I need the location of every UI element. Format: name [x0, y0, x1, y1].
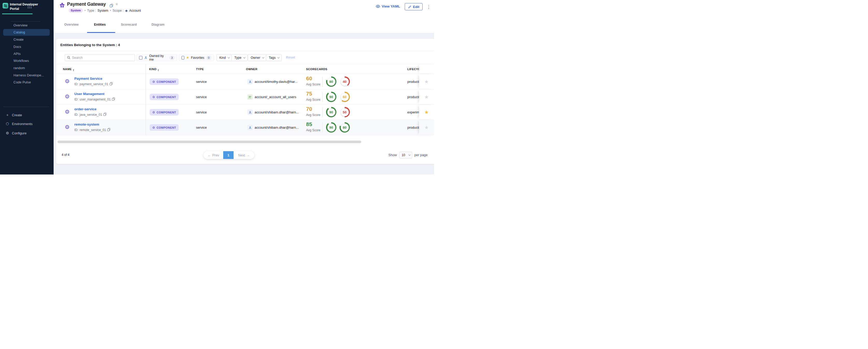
lifecycle-cell: production [407, 80, 419, 84]
favorite-star-icon[interactable]: ★ [424, 79, 429, 84]
page-size-select[interactable]: 10 [399, 152, 412, 158]
prev-label: Prev [212, 153, 219, 157]
favorites-filter[interactable]: ★ Favorites 0 [179, 54, 214, 61]
tab-diagram[interactable]: Diagram [152, 23, 164, 26]
sidebar-item-random[interactable]: random [13, 66, 25, 70]
sidebar-item-apis[interactable]: APIs [13, 52, 21, 56]
entity-name-link[interactable]: Payment Service [74, 76, 102, 81]
owner-dropdown-label: Owner [251, 56, 260, 60]
sidebar-item-create[interactable]: Create [13, 37, 24, 42]
edit-button[interactable]: Edit [405, 3, 423, 10]
prev-page-button[interactable]: ← Prev [204, 151, 223, 159]
sidebar-item-configure[interactable]: ⚙ Configure [5, 131, 26, 135]
copy-title-icon[interactable] [110, 3, 113, 8]
sliders-icon [4, 4, 7, 7]
copy-id-icon[interactable] [112, 97, 115, 101]
type-dropdown[interactable]: Type [231, 54, 248, 61]
kind-dropdown[interactable]: Kind [216, 54, 232, 61]
app-switcher-icon[interactable] [28, 5, 32, 8]
tab-scorecard[interactable]: Scorecard [121, 23, 137, 26]
bullet-separator: • [85, 9, 86, 12]
favorite-entity-star-icon[interactable]: ★ [115, 2, 118, 6]
tags-dropdown-label: Tags [269, 56, 276, 60]
harness-idp-logo[interactable] [3, 3, 8, 8]
scorecard-ring: 50 [339, 107, 350, 117]
copy-id-icon[interactable] [107, 128, 110, 132]
sidebar-item-code-pulse[interactable]: Code Pulse [13, 80, 31, 85]
sidebar-divider-top [11, 21, 40, 22]
table-row[interactable]: ⚙ remote-system ID:remote_service_01 ⚙ C… [56, 120, 434, 135]
entity-name-link[interactable]: remote-system [74, 123, 99, 126]
gear-icon: ⚙ [152, 126, 155, 129]
owner-cell: account/shibam.dhar@harn... [254, 110, 299, 114]
owner-cell: account/_account_all_users [254, 95, 296, 99]
entities-panel: Entities Belonging to the System : 4 Own… [56, 39, 434, 164]
horizontal-scrollbar[interactable] [58, 140, 361, 143]
scorecard-ring: 90 [326, 122, 336, 132]
scorecard-ring: 80 [326, 76, 336, 87]
table-row[interactable]: ⚙ order-service ID:java_service_01 ⚙ COM… [56, 104, 434, 120]
arrow-left-icon: ← [208, 153, 211, 157]
reset-filters-button[interactable]: Reset [286, 55, 295, 59]
search-input[interactable] [72, 56, 132, 60]
sidebar-item-create-new[interactable]: + Create [5, 113, 22, 117]
tab-overview[interactable]: Overview [64, 23, 79, 26]
eye-icon [376, 5, 380, 8]
tags-dropdown[interactable]: Tags [266, 54, 282, 61]
column-header-kind[interactable]: KIND▲▼ [149, 68, 159, 71]
owner-dropdown[interactable]: Owner [248, 54, 267, 61]
favorites-count-badge: 0 [206, 56, 211, 60]
scorecard-ring: 80 [339, 122, 350, 132]
copy-id-icon[interactable] [110, 82, 113, 86]
gear-icon: ⚙ [152, 80, 155, 83]
sidebar-item-workflows[interactable]: Workflows [13, 59, 29, 63]
chevron-down-icon [228, 56, 230, 58]
sidebar-item-environments[interactable]: ⬡ Environments [5, 122, 32, 126]
brand-accent-rule [2, 13, 33, 14]
view-yaml-label: View YAML [382, 4, 400, 8]
sidebar-item-overview[interactable]: Overview [13, 23, 27, 27]
owned-by-me-count-badge: 3 [169, 56, 175, 60]
column-header-name[interactable]: NAME▲▼ [63, 68, 74, 71]
favorite-star-icon[interactable]: ★ [424, 110, 429, 115]
type-cell: service [196, 110, 207, 114]
favorite-star-icon[interactable]: ★ [424, 125, 429, 130]
hexagon-icon: ⬡ [5, 122, 9, 126]
kind-badge: ⚙ COMPONENT [150, 78, 179, 85]
score-divider [322, 76, 323, 87]
type-dropdown-label: Type [234, 56, 241, 60]
sort-icon: ▲▼ [158, 69, 159, 71]
avg-score-label: Avg Score [306, 83, 320, 86]
type-cell: service [196, 126, 207, 129]
avg-score-label: Avg Score [306, 128, 320, 132]
tab-entities[interactable]: Entities [94, 23, 106, 26]
person-icon [144, 56, 147, 59]
sidebar-item-catalog[interactable]: Catalog [13, 30, 25, 34]
owned-by-me-filter[interactable]: Owned by me 3 [136, 54, 177, 61]
sidebar-active-highlight [3, 29, 50, 36]
table-row[interactable]: ⚙ User Management ID:user_management_01 … [56, 89, 434, 104]
chevron-down-icon [243, 56, 245, 58]
component-gear-icon: ⚙ [65, 109, 70, 115]
table-row[interactable]: ⚙ Payment Service ID:payment_service_01 … [56, 74, 434, 89]
scorecard-ring: 40 [339, 76, 350, 87]
copy-id-icon[interactable] [103, 113, 106, 117]
entity-id: ID:remote_service_01 [74, 128, 110, 132]
kind-badge: ⚙ COMPONENT [150, 94, 179, 100]
per-page-label: per page [414, 153, 428, 157]
kind-badge: ⚙ COMPONENT [150, 109, 179, 116]
next-page-button[interactable]: Next → [234, 151, 254, 159]
favorites-checkbox[interactable] [182, 56, 184, 60]
more-options-kebab-icon[interactable] [427, 4, 430, 9]
sidebar-item-docs[interactable]: Docs [13, 45, 21, 49]
owned-by-me-checkbox[interactable] [139, 56, 143, 60]
page-header: Payment Gateway ★ System • Type : System… [54, 0, 434, 33]
entity-name-link[interactable]: User Management [74, 92, 104, 96]
entity-name-link[interactable]: order-service [74, 107, 97, 111]
favorite-star-icon[interactable]: ★ [424, 95, 429, 99]
owner-cell: account/timothy.davis@har... [254, 80, 298, 84]
view-yaml-button[interactable]: View YAML [376, 4, 400, 8]
component-gear-icon: ⚙ [65, 124, 70, 130]
current-page-button[interactable]: 1 [223, 151, 234, 159]
sidebar-item-harness-developer[interactable]: Harness Develope... [13, 73, 44, 77]
